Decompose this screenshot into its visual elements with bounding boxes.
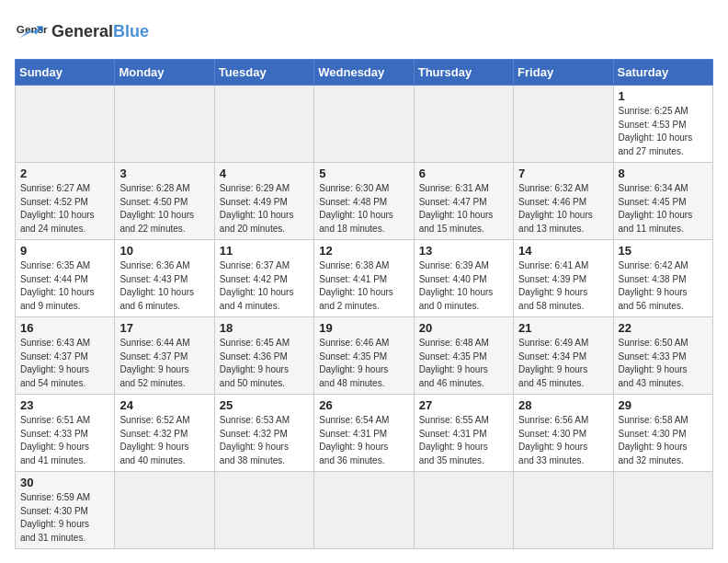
- calendar-cell: 8Sunrise: 6:34 AM Sunset: 4:45 PM Daylig…: [613, 163, 712, 240]
- calendar-cell: [414, 472, 513, 549]
- day-header-wednesday: Wednesday: [314, 60, 414, 86]
- calendar-cell: 2Sunrise: 6:27 AM Sunset: 4:52 PM Daylig…: [16, 163, 115, 240]
- calendar-cell: 22Sunrise: 6:50 AM Sunset: 4:33 PM Dayli…: [613, 317, 712, 395]
- day-header-sunday: Sunday: [16, 60, 115, 86]
- calendar-cell: 28Sunrise: 6:56 AM Sunset: 4:30 PM Dayli…: [514, 395, 613, 472]
- day-number: 23: [20, 398, 109, 412]
- day-info: Sunrise: 6:30 AM Sunset: 4:48 PM Dayligh…: [319, 182, 408, 236]
- day-header-thursday: Thursday: [414, 60, 513, 86]
- calendar-cell: [314, 472, 414, 549]
- calendar-cell: [514, 86, 613, 163]
- calendar-header-row: SundayMondayTuesdayWednesdayThursdayFrid…: [16, 60, 713, 86]
- day-number: 19: [319, 321, 408, 335]
- day-number: 22: [619, 321, 708, 335]
- calendar-cell: 20Sunrise: 6:48 AM Sunset: 4:35 PM Dayli…: [414, 317, 513, 395]
- calendar-cell: 14Sunrise: 6:41 AM Sunset: 4:39 PM Dayli…: [514, 240, 613, 317]
- calendar-cell: 15Sunrise: 6:42 AM Sunset: 4:38 PM Dayli…: [613, 240, 712, 317]
- day-number: 13: [419, 244, 508, 258]
- calendar-cell: [514, 472, 613, 549]
- calendar-cell: [214, 86, 313, 163]
- day-number: 16: [20, 321, 109, 335]
- day-number: 15: [619, 244, 708, 258]
- calendar-cell: 9Sunrise: 6:35 AM Sunset: 4:44 PM Daylig…: [16, 240, 115, 317]
- day-info: Sunrise: 6:59 AM Sunset: 4:30 PM Dayligh…: [20, 491, 109, 545]
- day-number: 7: [518, 167, 608, 180]
- day-number: 2: [20, 167, 109, 180]
- day-number: 9: [20, 244, 109, 258]
- day-number: 24: [119, 398, 209, 412]
- calendar-cell: [414, 86, 513, 163]
- day-number: 25: [220, 398, 309, 412]
- calendar-cell: 16Sunrise: 6:43 AM Sunset: 4:37 PM Dayli…: [16, 317, 115, 395]
- day-number: 28: [518, 398, 608, 412]
- day-info: Sunrise: 6:44 AM Sunset: 4:37 PM Dayligh…: [119, 337, 209, 390]
- day-info: Sunrise: 6:29 AM Sunset: 4:49 PM Dayligh…: [220, 182, 309, 236]
- day-number: 18: [220, 321, 309, 335]
- day-info: Sunrise: 6:48 AM Sunset: 4:35 PM Dayligh…: [419, 337, 508, 390]
- calendar-week-5: 23Sunrise: 6:51 AM Sunset: 4:33 PM Dayli…: [16, 395, 713, 472]
- day-number: 29: [619, 398, 708, 412]
- day-info: Sunrise: 6:41 AM Sunset: 4:39 PM Dayligh…: [518, 259, 608, 313]
- day-info: Sunrise: 6:45 AM Sunset: 4:36 PM Dayligh…: [220, 337, 309, 390]
- day-number: 27: [419, 398, 508, 412]
- calendar-week-2: 2Sunrise: 6:27 AM Sunset: 4:52 PM Daylig…: [16, 163, 713, 240]
- day-number: 6: [419, 167, 508, 180]
- calendar-cell: 25Sunrise: 6:53 AM Sunset: 4:32 PM Dayli…: [214, 395, 313, 472]
- day-info: Sunrise: 6:32 AM Sunset: 4:46 PM Dayligh…: [518, 182, 608, 236]
- day-info: Sunrise: 6:50 AM Sunset: 4:33 PM Dayligh…: [619, 337, 708, 390]
- day-number: 30: [20, 476, 109, 489]
- day-info: Sunrise: 6:37 AM Sunset: 4:42 PM Dayligh…: [220, 259, 309, 313]
- calendar-cell: 23Sunrise: 6:51 AM Sunset: 4:33 PM Dayli…: [16, 395, 115, 472]
- calendar-cell: [314, 86, 414, 163]
- day-info: Sunrise: 6:31 AM Sunset: 4:47 PM Dayligh…: [419, 182, 508, 236]
- day-number: 10: [119, 244, 209, 258]
- calendar-cell: 21Sunrise: 6:49 AM Sunset: 4:34 PM Dayli…: [514, 317, 613, 395]
- day-header-saturday: Saturday: [613, 60, 712, 86]
- calendar-week-4: 16Sunrise: 6:43 AM Sunset: 4:37 PM Dayli…: [16, 317, 713, 395]
- day-number: 20: [419, 321, 508, 335]
- day-number: 14: [518, 244, 608, 258]
- day-header-tuesday: Tuesday: [214, 60, 313, 86]
- day-info: Sunrise: 6:38 AM Sunset: 4:41 PM Dayligh…: [319, 259, 408, 313]
- logo-text: GeneralBlue: [51, 23, 149, 40]
- day-number: 5: [319, 167, 408, 180]
- day-info: Sunrise: 6:36 AM Sunset: 4:43 PM Dayligh…: [119, 259, 209, 313]
- day-info: Sunrise: 6:35 AM Sunset: 4:44 PM Dayligh…: [20, 259, 109, 313]
- day-info: Sunrise: 6:34 AM Sunset: 4:45 PM Dayligh…: [619, 182, 708, 236]
- day-info: Sunrise: 6:54 AM Sunset: 4:31 PM Dayligh…: [319, 414, 408, 467]
- day-number: 11: [220, 244, 309, 258]
- calendar-cell: 13Sunrise: 6:39 AM Sunset: 4:40 PM Dayli…: [414, 240, 513, 317]
- calendar-cell: 19Sunrise: 6:46 AM Sunset: 4:35 PM Dayli…: [314, 317, 414, 395]
- calendar-week-1: 1Sunrise: 6:25 AM Sunset: 4:53 PM Daylig…: [16, 86, 713, 163]
- day-info: Sunrise: 6:55 AM Sunset: 4:31 PM Dayligh…: [419, 414, 508, 467]
- day-info: Sunrise: 6:42 AM Sunset: 4:38 PM Dayligh…: [619, 259, 708, 313]
- day-header-monday: Monday: [115, 60, 214, 86]
- day-info: Sunrise: 6:28 AM Sunset: 4:50 PM Dayligh…: [119, 182, 209, 236]
- day-number: 8: [619, 167, 708, 180]
- day-number: 4: [220, 167, 309, 180]
- day-info: Sunrise: 6:58 AM Sunset: 4:30 PM Dayligh…: [619, 414, 708, 467]
- calendar-cell: 4Sunrise: 6:29 AM Sunset: 4:49 PM Daylig…: [214, 163, 313, 240]
- day-info: Sunrise: 6:25 AM Sunset: 4:53 PM Dayligh…: [619, 105, 708, 158]
- calendar-cell: 27Sunrise: 6:55 AM Sunset: 4:31 PM Dayli…: [414, 395, 513, 472]
- calendar-cell: 1Sunrise: 6:25 AM Sunset: 4:53 PM Daylig…: [613, 86, 712, 163]
- calendar-cell: [214, 472, 313, 549]
- day-info: Sunrise: 6:52 AM Sunset: 4:32 PM Dayligh…: [119, 414, 209, 467]
- day-header-friday: Friday: [514, 60, 613, 86]
- calendar-cell: 11Sunrise: 6:37 AM Sunset: 4:42 PM Dayli…: [214, 240, 313, 317]
- calendar-cell: [115, 472, 214, 549]
- logo-icon: General: [15, 15, 48, 48]
- day-number: 17: [119, 321, 209, 335]
- calendar-cell: 7Sunrise: 6:32 AM Sunset: 4:46 PM Daylig…: [514, 163, 613, 240]
- calendar-cell: 10Sunrise: 6:36 AM Sunset: 4:43 PM Dayli…: [115, 240, 214, 317]
- calendar-cell: 6Sunrise: 6:31 AM Sunset: 4:47 PM Daylig…: [414, 163, 513, 240]
- day-info: Sunrise: 6:51 AM Sunset: 4:33 PM Dayligh…: [20, 414, 109, 467]
- calendar-cell: [115, 86, 214, 163]
- calendar-cell: 18Sunrise: 6:45 AM Sunset: 4:36 PM Dayli…: [214, 317, 313, 395]
- calendar-cell: 17Sunrise: 6:44 AM Sunset: 4:37 PM Dayli…: [115, 317, 214, 395]
- calendar-cell: 29Sunrise: 6:58 AM Sunset: 4:30 PM Dayli…: [613, 395, 712, 472]
- calendar-cell: [613, 472, 712, 549]
- day-info: Sunrise: 6:39 AM Sunset: 4:40 PM Dayligh…: [419, 259, 508, 313]
- svg-text:General: General: [17, 23, 48, 35]
- day-number: 1: [619, 89, 708, 103]
